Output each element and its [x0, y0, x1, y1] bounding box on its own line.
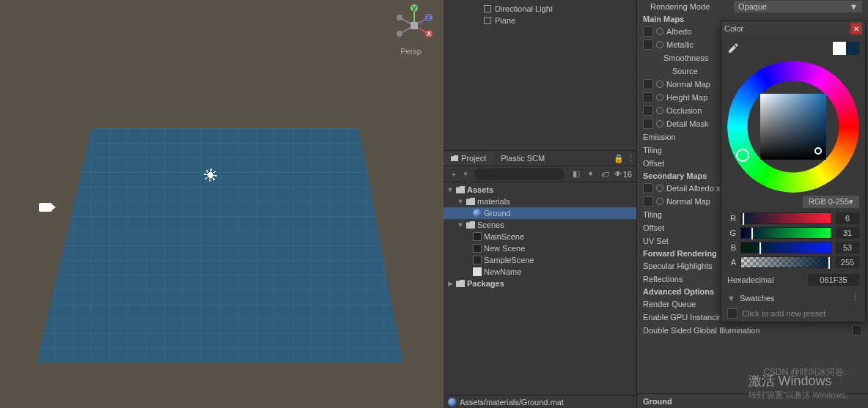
inspector-footer: Ground [637, 393, 868, 408]
scene-view[interactable]: y z x Persp [0, 0, 444, 408]
scene-icon [473, 244, 482, 253]
g-slider[interactable] [740, 227, 831, 239]
filter-type-icon[interactable]: ✦ [585, 168, 597, 180]
folder-icon [456, 280, 465, 287]
map-slot[interactable] [643, 92, 653, 103]
r-slider[interactable] [740, 212, 831, 224]
rendering-mode-row: Rendering Mode Opaque▼ [637, 0, 868, 13]
svg-text:z: z [427, 12, 431, 21]
b-value-input[interactable]: 53 [836, 242, 859, 253]
map-slot[interactable] [643, 26, 653, 37]
tree-row-newname[interactable]: NewName [444, 266, 636, 278]
swatch-preset-row[interactable]: Click to add new preset [721, 305, 865, 322]
svg-text:y: y [412, 4, 416, 12]
tab-plastic-scm[interactable]: Plastic SCM [493, 152, 552, 165]
add-preset-slot[interactable] [727, 308, 738, 319]
hex-row: Hexadecimal 061F35 [721, 270, 865, 290]
g-slider-row: G 31 [721, 226, 865, 240]
project-footer: Assets/materials/Ground.mat [444, 395, 636, 408]
hierarchy-item[interactable]: Plane [484, 15, 629, 26]
rendering-mode-dropdown[interactable]: Opaque▼ [734, 1, 862, 12]
gameobject-icon [484, 5, 491, 12]
b-slider[interactable] [740, 242, 831, 253]
scene-light-gizmo[interactable] [204, 168, 217, 182]
material-icon [473, 209, 482, 218]
tree-row-scene[interactable]: New Scene [444, 242, 636, 254]
folder-icon [456, 186, 465, 193]
picker-icon[interactable] [656, 28, 663, 35]
picker-icon[interactable] [656, 107, 663, 114]
tab-project[interactable]: Project [444, 152, 493, 165]
tree-row-scene[interactable]: MainScene [444, 231, 636, 242]
hue-handle[interactable] [736, 149, 749, 162]
middle-column: Directional Light Plane Project Plastic … [444, 0, 637, 408]
folder-icon [451, 155, 458, 161]
render-queue-label: Render Queue [643, 300, 696, 308]
search-input[interactable] [474, 168, 564, 180]
tree-row-assets[interactable]: ▼Assets [444, 184, 636, 196]
picker-icon[interactable] [656, 41, 663, 48]
a-slider[interactable] [740, 256, 831, 268]
color-picker-popup: Color ✕ RGB 0-255▾ R 6 G 31 B 53 A 255 [721, 21, 866, 322]
tree-row-scene[interactable]: SampleScene [444, 254, 636, 266]
tree-row-ground[interactable]: Ground [444, 207, 636, 219]
svg-point-12 [397, 15, 402, 21]
gameobject-icon [484, 17, 491, 24]
file-icon [473, 267, 482, 276]
hex-input[interactable]: 061F35 [808, 274, 859, 286]
double-sided-row[interactable]: Double Sided Global Illumination [637, 324, 868, 337]
project-tree: ▼Assets ▼materials Ground ▼Scenes MainSc… [444, 182, 636, 395]
scene-icon [473, 232, 482, 241]
swatches-header[interactable]: ▼Swatches ⋮ [721, 290, 865, 305]
uvset-label: UV Set [643, 237, 669, 245]
hierarchy-item[interactable]: Directional Light [484, 3, 629, 15]
scene-plane-object[interactable] [37, 128, 403, 363]
source-label: Source [643, 67, 698, 75]
sv-handle[interactable] [814, 147, 822, 155]
new-color-swatch[interactable] [846, 42, 859, 55]
map-slot[interactable] [643, 40, 653, 50]
menu-icon[interactable]: ⋮ [851, 293, 859, 303]
scene-icon [473, 256, 482, 264]
picker-icon[interactable] [656, 198, 663, 205]
g-value-input[interactable]: 31 [836, 227, 859, 239]
picker-icon[interactable] [656, 120, 663, 127]
scene-camera-gizmo[interactable] [39, 203, 52, 212]
tree-row-scenes[interactable]: ▼Scenes [444, 219, 636, 231]
persp-label[interactable]: Persp [400, 47, 422, 56]
color-picker-title: Color [724, 24, 743, 33]
hidden-count[interactable]: 👁16 [614, 170, 632, 179]
tree-row-materials[interactable]: ▼materials [444, 196, 636, 207]
lock-icon[interactable]: 🔒 [613, 152, 625, 164]
color-wheel[interactable] [727, 61, 859, 193]
a-value-input[interactable]: 255 [836, 256, 859, 268]
color-picker-header: Color ✕ [721, 21, 865, 36]
tiling-label: Tiling [643, 210, 662, 219]
checkbox[interactable] [852, 325, 862, 335]
map-slot[interactable] [643, 183, 653, 193]
original-color-swatch[interactable] [833, 42, 846, 55]
asset-path: Assets/materials/Ground.mat [460, 398, 564, 407]
close-button[interactable]: ✕ [850, 23, 862, 34]
picker-icon[interactable] [656, 185, 663, 192]
tree-row-packages[interactable]: ▶Packages [444, 278, 636, 289]
picker-icon[interactable] [656, 81, 663, 88]
color-mode-dropdown[interactable]: RGB 0-255▾ [803, 196, 859, 208]
project-toolbar: +▼ ◧ ✦ 🏷 👁16 [444, 166, 636, 182]
svg-text:x: x [427, 29, 431, 37]
folder-icon [466, 221, 475, 229]
map-slot[interactable] [643, 105, 653, 116]
eyedropper-icon[interactable] [727, 42, 739, 54]
filter-label-icon[interactable]: 🏷 [600, 168, 611, 180]
search-filter-icon[interactable]: ◧ [570, 168, 582, 180]
reflections-label: Reflections [643, 275, 683, 283]
map-slot[interactable] [643, 79, 653, 89]
picker-icon[interactable] [656, 94, 663, 101]
menu-icon[interactable]: ⋮ [625, 152, 636, 164]
specular-label: Specular Highlights [643, 262, 713, 270]
color-swatch-pair [833, 42, 859, 55]
map-slot[interactable] [643, 119, 653, 129]
map-slot[interactable] [643, 196, 653, 207]
add-icon[interactable]: + [448, 168, 460, 180]
r-value-input[interactable]: 6 [836, 212, 859, 224]
